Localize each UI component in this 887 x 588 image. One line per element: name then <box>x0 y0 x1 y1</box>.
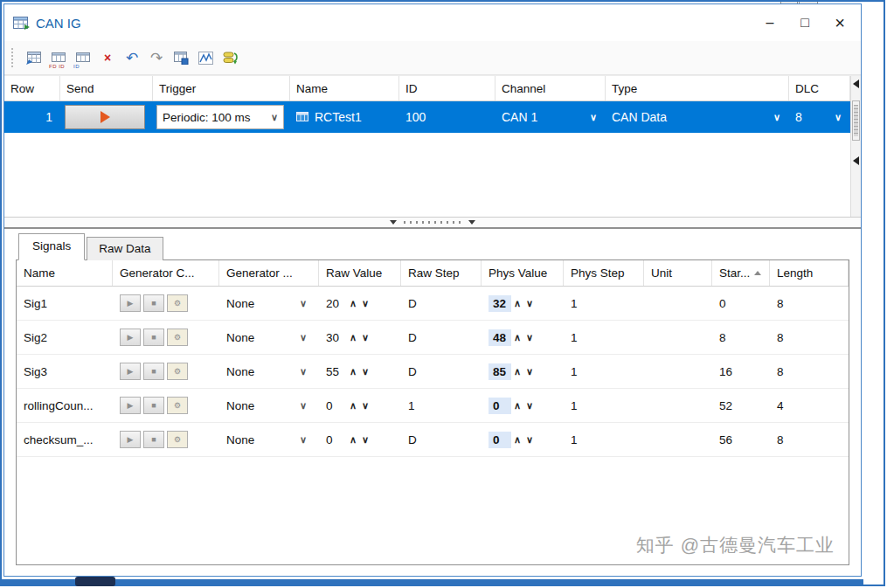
insert-can-frame-button[interactable] <box>22 46 46 70</box>
phys-value-increment-button[interactable]: ∧ <box>511 366 523 377</box>
col-header-name[interactable]: Name <box>290 76 399 100</box>
minimize-button[interactable]: – <box>752 10 787 36</box>
stop-generator-button[interactable]: ■ <box>143 431 164 448</box>
col-header-generator-control[interactable]: Generator C... <box>113 260 219 286</box>
scrollbar-thumb[interactable] <box>852 100 860 141</box>
delete-frame-button[interactable]: × <box>95 46 120 70</box>
channel-dropdown[interactable]: CAN 1 ∨ <box>495 101 606 133</box>
generator-properties-button[interactable]: ⚙ <box>167 329 188 346</box>
titlebar[interactable]: CAN IG – □ × <box>4 4 861 41</box>
generator-type-dropdown[interactable]: None ∨ <box>219 287 319 320</box>
start-generator-button[interactable]: ▶ <box>120 431 141 448</box>
start-generator-button[interactable]: ▶ <box>120 294 141 312</box>
raw-value-decrement-button[interactable]: ∨ <box>359 332 371 343</box>
export-table-button[interactable] <box>169 46 193 70</box>
generator-type-dropdown[interactable]: None ∨ <box>219 321 319 354</box>
generator-type-dropdown[interactable]: None ∨ <box>219 423 319 456</box>
raw-value-increment-button[interactable]: ∧ <box>347 366 359 377</box>
start-generator-button[interactable]: ▶ <box>120 397 141 414</box>
col-header-signal-name[interactable]: Name <box>17 260 113 286</box>
signals-header: Name Generator C... Generator ... Raw Va… <box>17 260 849 287</box>
raw-value-increment-button[interactable]: ∧ <box>347 298 359 309</box>
col-header-trigger[interactable]: Trigger <box>153 76 290 100</box>
signal-row[interactable]: Sig2 ▶ ■ ⚙ None ∨ 30 ∧ ∨ D 48 ∧ ∨ 1 <box>17 321 849 355</box>
signal-row[interactable]: rollingCoun... ▶ ■ ⚙ None ∨ 0 ∧ ∨ 1 0 ∧ … <box>17 389 849 423</box>
raw-value-increment-button[interactable]: ∧ <box>347 332 359 343</box>
redo-button[interactable]: ↷ <box>144 46 169 70</box>
sync-database-icon <box>222 51 239 65</box>
phys-value-decrement-button[interactable]: ∨ <box>523 366 536 377</box>
insert-can-id-frame-button[interactable]: ID <box>71 46 95 70</box>
start-generator-button[interactable]: ▶ <box>120 329 141 346</box>
scroll-down-arrow-icon[interactable] <box>853 156 859 165</box>
generator-properties-button[interactable]: ⚙ <box>167 294 188 312</box>
messages-table: Row Send Trigger Name ID Channel Type DL… <box>4 76 850 217</box>
col-header-raw-value[interactable]: Raw Value <box>319 260 401 286</box>
message-row[interactable]: 1 Periodic: 100 ms ∨ <box>4 101 850 133</box>
raw-value-decrement-button[interactable]: ∨ <box>359 400 371 412</box>
col-header-type[interactable]: Type <box>606 76 789 100</box>
trigger-dropdown[interactable]: Periodic: 100 ms ∨ <box>156 105 284 129</box>
phys-value-decrement-button[interactable]: ∨ <box>523 434 536 446</box>
col-header-row[interactable]: Row <box>4 76 60 100</box>
stop-generator-button[interactable]: ■ <box>143 363 164 380</box>
col-header-channel[interactable]: Channel <box>495 76 606 100</box>
phys-value-increment-button[interactable]: ∧ <box>511 400 523 412</box>
signal-row[interactable]: Sig1 ▶ ■ ⚙ None ∨ 20 ∧ ∨ D 32 ∧ ∨ 1 <box>17 287 849 321</box>
raw-value-decrement-button[interactable]: ∨ <box>359 298 371 309</box>
toolbar-grip[interactable] <box>11 48 15 67</box>
col-header-raw-step[interactable]: Raw Step <box>401 260 482 286</box>
pane-splitter[interactable] <box>4 217 861 229</box>
start-generator-button[interactable]: ▶ <box>120 363 141 380</box>
generator-properties-button[interactable]: ⚙ <box>167 397 188 414</box>
vertical-scrollbar[interactable] <box>850 76 861 217</box>
phys-value-decrement-button[interactable]: ∨ <box>523 332 536 343</box>
undo-button[interactable]: ↶ <box>120 46 144 70</box>
insert-canfd-frame-button[interactable]: FD ID <box>46 46 71 70</box>
stop-generator-button[interactable]: ■ <box>143 294 164 312</box>
signal-row[interactable]: checksum_... ▶ ■ ⚙ None ∨ 0 ∧ ∨ D 0 ∧ ∨ <box>17 423 849 457</box>
raw-value-decrement-button[interactable]: ∨ <box>359 366 371 377</box>
raw-value-increment-button[interactable]: ∧ <box>347 434 359 446</box>
start-bit: 52 <box>712 389 770 422</box>
send-button[interactable] <box>65 105 145 129</box>
channel-value: CAN 1 <box>502 110 537 124</box>
col-header-dlc[interactable]: DLC <box>789 76 850 100</box>
generator-properties-button[interactable]: ⚙ <box>167 363 188 380</box>
raw-value-increment-button[interactable]: ∧ <box>347 400 359 412</box>
tab-raw-data[interactable]: Raw Data <box>87 237 163 260</box>
signal-name: rollingCoun... <box>17 389 113 422</box>
col-header-phys-value[interactable]: Phys Value <box>482 260 564 286</box>
generator-properties-button[interactable]: ⚙ <box>167 431 188 448</box>
stop-generator-button[interactable]: ■ <box>143 329 164 346</box>
col-header-length[interactable]: Length <box>770 260 849 286</box>
col-header-unit[interactable]: Unit <box>644 260 712 286</box>
stop-generator-button[interactable]: ■ <box>143 397 164 414</box>
type-dropdown[interactable]: CAN Data ∨ <box>606 101 789 133</box>
close-button[interactable]: × <box>822 10 857 36</box>
col-header-send[interactable]: Send <box>60 76 153 100</box>
generator-type-dropdown[interactable]: None ∨ <box>219 355 319 388</box>
tab-signals[interactable]: Signals <box>18 233 85 260</box>
generator-type-dropdown[interactable]: None ∨ <box>219 389 319 422</box>
phys-value-decrement-button[interactable]: ∨ <box>523 400 536 412</box>
phys-value-increment-button[interactable]: ∧ <box>511 434 523 446</box>
play-icon: ▶ <box>128 402 134 410</box>
chevron-down-icon: ∨ <box>271 113 278 122</box>
play-icon: ▶ <box>128 368 134 376</box>
signal-generator-button[interactable] <box>193 46 218 70</box>
phys-value-increment-button[interactable]: ∧ <box>511 332 523 343</box>
raw-value-decrement-button[interactable]: ∨ <box>359 434 371 446</box>
phys-value-increment-button[interactable]: ∧ <box>511 298 523 309</box>
col-header-start-bit[interactable]: Star... <box>712 260 770 286</box>
col-header-id[interactable]: ID <box>399 76 495 100</box>
signal-row[interactable]: Sig3 ▶ ■ ⚙ None ∨ 55 ∧ ∨ D 85 ∧ ∨ 1 <box>17 355 849 389</box>
col-header-phys-step[interactable]: Phys Step <box>564 260 644 286</box>
col-header-generator-type[interactable]: Generator ... <box>219 260 319 286</box>
maximize-button[interactable]: □ <box>787 10 822 36</box>
sync-database-button[interactable] <box>218 46 242 70</box>
phys-value-decrement-button[interactable]: ∨ <box>523 298 536 309</box>
play-icon: ▶ <box>128 436 134 444</box>
dlc-dropdown[interactable]: 8 ∨ <box>789 101 850 133</box>
scroll-up-arrow-icon[interactable] <box>853 80 859 88</box>
